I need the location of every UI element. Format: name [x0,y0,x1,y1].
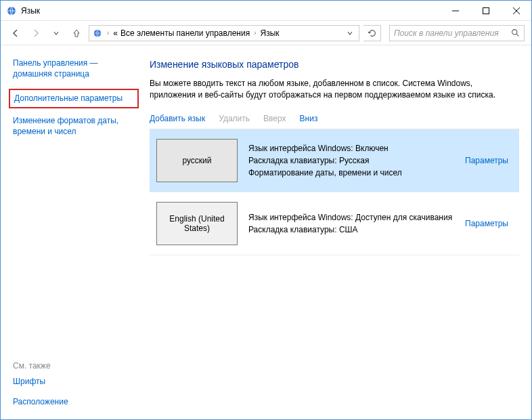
app-icon [6,5,17,16]
sidebar-home-link[interactable]: Панель управления — домашняя страница [13,58,136,79]
svg-point-6 [512,30,517,35]
maximize-button[interactable] [470,1,501,21]
svg-line-7 [516,34,518,36]
move-up-link[interactable]: Вверх [263,114,286,123]
sidebar: Панель управления — домашняя страница До… [1,45,144,419]
search-box[interactable]: Поиск в панели управления [389,25,525,41]
sidebar-advanced-link[interactable]: Дополнительные параметры [9,89,139,108]
language-options-link[interactable]: Параметры [465,219,512,228]
language-options-link[interactable]: Параметры [465,156,512,165]
language-tile: English (United States) [156,202,238,245]
remove-language-link[interactable]: Удалить [219,114,250,123]
titlebar: Язык [1,1,531,21]
sidebar-location-link[interactable]: Расположение [13,396,136,407]
sidebar-fonts-link[interactable]: Шрифты [13,376,136,387]
refresh-button[interactable] [363,25,381,41]
add-language-link[interactable]: Добавить язык [150,114,205,123]
chevron-right-icon: › [252,29,257,37]
back-button[interactable] [7,25,24,41]
language-layout-line: Раскладка клавиатуры: Русская [248,154,454,167]
content-body: Панель управления — домашняя страница До… [1,45,531,419]
language-info: Язык интерфейса Windows: Включен Расклад… [248,142,454,179]
address-dropdown[interactable] [344,30,356,37]
breadcrumb-prefix: « [113,28,118,38]
language-status-line: Язык интерфейса Windows: Включен [248,142,454,154]
language-info: Язык интерфейса Windows: Доступен для ск… [248,211,454,236]
recent-dropdown[interactable] [48,25,64,41]
control-panel-icon [92,28,103,39]
page-heading: Изменение языковых параметров [150,59,519,70]
address-bar[interactable]: › « Все элементы панели управления › Язы… [89,25,359,41]
breadcrumb-current[interactable]: Язык [261,28,280,38]
forward-button[interactable] [28,25,44,41]
language-format-line: Форматирование даты, времени и чисел [248,167,454,179]
svg-rect-2 [483,7,489,14]
window-title: Язык [21,6,40,16]
search-placeholder: Поиск в панели управления [394,28,511,38]
close-button[interactable] [501,1,531,21]
navbar: › « Все элементы панели управления › Язы… [1,21,531,45]
language-tile: русский [156,139,238,182]
main-panel: Изменение языковых параметров Вы можете … [144,45,531,419]
see-also-header: См. также [13,361,136,371]
language-name: English (United States) [160,214,234,233]
search-icon [511,28,520,37]
language-status-line: Язык интерфейса Windows: Доступен для ск… [248,211,454,224]
language-row[interactable]: English (United States) Язык интерфейса … [150,192,519,255]
language-layout-line: Раскладка клавиатуры: США [248,224,454,236]
language-list: русский Язык интерфейса Windows: Включен… [150,129,519,419]
page-description: Вы можете вводить текст на любом языке, … [150,78,519,102]
up-button[interactable] [68,25,85,41]
breadcrumb-root[interactable]: Все элементы панели управления [120,28,250,38]
move-down-link[interactable]: Вниз [300,114,318,123]
minimize-button[interactable] [440,1,470,21]
language-toolbar: Добавить язык Удалить Вверх Вниз [150,111,519,129]
sidebar-formats-link[interactable]: Изменение форматов даты, времени и чисел [13,115,136,137]
language-row[interactable]: русский Язык интерфейса Windows: Включен… [150,129,519,192]
language-name: русский [182,156,211,165]
chevron-right-icon: › [106,29,110,37]
